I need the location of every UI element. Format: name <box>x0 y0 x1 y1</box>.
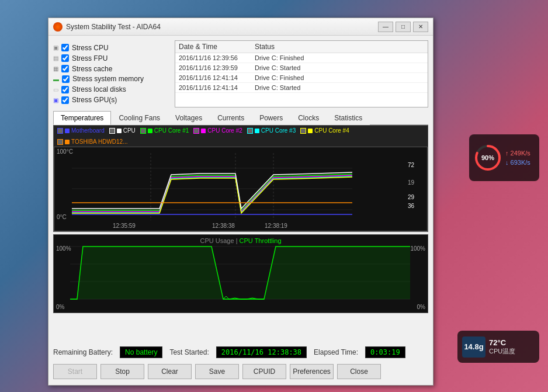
gpu-icon: ▣ <box>53 97 58 103</box>
cpu-usage-chart: CPU Usage | CPU Throttling 100% 0% 100% … <box>53 234 428 313</box>
log-cell-datetime: 2016/11/16 12:41:14 <box>179 74 255 81</box>
legend-cpu-core-#4: CPU Core #4 <box>300 127 349 134</box>
temperature-chart-wrapper: Motherboard CPU CPU Core #1 CPU Core #2 … <box>53 125 428 232</box>
temp-info: 72°C CPU温度 <box>489 338 515 356</box>
legend-motherboard: Motherboard <box>57 127 105 134</box>
speed-gauge: 90% <box>474 144 502 172</box>
tab-currents[interactable]: Currents <box>210 111 252 125</box>
legend-label: CPU Core #2 <box>207 127 242 134</box>
legend-color-dot <box>308 129 313 133</box>
temp-widget: 14.8g 72°C CPU温度 <box>457 331 539 363</box>
temperature-chart: 100°C 0°C 12:35:59 12:38:38 12:38:19 72 … <box>54 147 428 231</box>
legend-checkbox[interactable] <box>193 128 199 134</box>
minimize-button[interactable]: — <box>378 22 393 32</box>
stress-memory-checkbox[interactable] <box>62 75 70 83</box>
val-36: 36 <box>408 203 414 209</box>
legend-checkbox[interactable] <box>57 128 63 134</box>
legend-checkbox[interactable] <box>140 128 146 134</box>
tab-powers[interactable]: Powers <box>252 111 290 125</box>
temp-chart-legend: Motherboard CPU CPU Core #1 CPU Core #2 … <box>54 126 428 147</box>
legend-label: CPU <box>123 127 136 134</box>
disk-icon: ▭ <box>53 86 58 93</box>
legend-checkbox[interactable] <box>109 128 115 134</box>
close-button[interactable]: Close <box>337 364 381 379</box>
tab-cooling-fans[interactable]: Cooling Fans <box>111 111 168 125</box>
log-col-status-header: Status <box>255 43 424 51</box>
stress-cache-label: Stress cache <box>72 65 112 73</box>
stress-gpu-label: Stress GPU(s) <box>72 96 117 104</box>
test-started-value: 2016/11/16 12:38:38 <box>216 346 307 358</box>
memory-icon: ▬ <box>53 76 59 82</box>
legend-color-dot <box>65 129 70 133</box>
elapsed-label: Elapsed Time: <box>314 348 358 356</box>
legend-cpu: CPU <box>109 127 136 134</box>
stress-cache-checkbox[interactable] <box>61 65 69 72</box>
titlebar: System Stability Test - AIDA64 — □ ✕ <box>48 18 433 36</box>
speed-info: ↑ 249K/s ↓ 693K/s <box>505 150 530 166</box>
temp-gauge-value: 14.8g <box>464 342 483 351</box>
chart-container: Motherboard CPU CPU Core #1 CPU Core #2 … <box>53 125 428 343</box>
stress-cpu-checkbox[interactable] <box>61 44 69 51</box>
log-row: 2016/11/16 12:39:56 Drive C: Finished <box>175 53 428 63</box>
log-rows[interactable]: 2016/11/16 12:39:56 Drive C: Finished 20… <box>175 53 428 107</box>
tab-temperatures[interactable]: Temperatures <box>53 111 111 125</box>
main-window: System Stability Test - AIDA64 — □ ✕ ▣ S… <box>48 18 433 386</box>
battery-label: Remaining Battery: <box>53 348 113 356</box>
tab-clocks[interactable]: Clocks <box>290 111 327 125</box>
log-row: 2016/11/16 12:41:14 Drive C: Started <box>175 83 428 93</box>
legend-checkbox[interactable] <box>57 139 63 145</box>
log-cell-datetime: 2016/11/16 12:41:14 <box>179 84 255 91</box>
stress-disks-checkbox[interactable] <box>61 86 69 93</box>
log-cell-status: Drive C: Started <box>255 84 424 91</box>
elapsed-value: 0:03:19 <box>365 346 405 358</box>
log-cell-datetime: 2016/11/16 12:39:59 <box>179 64 255 71</box>
val-29: 29 <box>408 194 414 200</box>
maximize-button[interactable]: □ <box>396 22 411 32</box>
temp-cpu-label: CPU温度 <box>489 347 515 356</box>
temp-chart-svg <box>54 147 370 231</box>
app-icon <box>53 22 63 32</box>
legend-label: CPU Core #3 <box>261 127 296 134</box>
close-window-button[interactable]: ✕ <box>413 22 428 32</box>
stress-disks-label: Stress local disks <box>72 85 126 93</box>
log-col-datetime-header: Date & Time <box>179 43 255 51</box>
legend-checkbox[interactable] <box>300 128 306 134</box>
battery-value: No battery <box>120 346 162 358</box>
stress-fpu-label: Stress FPU <box>72 54 107 63</box>
legend-color-dot <box>117 129 122 133</box>
stop-button[interactable]: Stop <box>100 364 144 379</box>
start-button[interactable]: Start <box>53 364 97 379</box>
svg-text:90%: 90% <box>481 154 494 161</box>
top-section: ▣ Stress CPU ▤ Stress FPU ▦ Stress cache… <box>53 40 428 107</box>
cpuid-button[interactable]: CPUID <box>242 364 286 379</box>
tab-voltages[interactable]: Voltages <box>168 111 210 125</box>
legend-label: TOSHIBA HDWD12... <box>71 138 128 145</box>
temp-cpu-value: 72°C <box>489 338 515 347</box>
cache-icon: ▦ <box>53 65 58 72</box>
legend-cpu-core-#2: CPU Core #2 <box>193 127 242 134</box>
stress-cpu-item: ▣ Stress CPU <box>53 44 170 52</box>
tabs-bar: TemperaturesCooling FansVoltagesCurrents… <box>53 111 428 125</box>
gauge-svg: 90% <box>474 144 502 172</box>
tab-statistics[interactable]: Statistics <box>327 111 370 125</box>
log-cell-status: Drive C: Finished <box>255 54 424 61</box>
stress-fpu-checkbox[interactable] <box>61 54 69 62</box>
val-72: 72 <box>408 162 414 168</box>
clear-button[interactable]: Clear <box>148 364 192 379</box>
save-button[interactable]: Save <box>195 364 239 379</box>
legend-color-dot <box>201 129 206 133</box>
stress-memory-label: Stress system memory <box>72 75 144 83</box>
preferences-button[interactable]: Preferences <box>290 364 334 379</box>
stress-gpu-checkbox[interactable] <box>61 96 69 104</box>
stress-gpu-item: ▣ Stress GPU(s) <box>53 96 170 104</box>
speed-down: ↓ 693K/s <box>505 159 530 166</box>
stress-fpu-item: ▤ Stress FPU <box>53 54 170 63</box>
legend-checkbox[interactable] <box>247 128 253 134</box>
legend-label: Motherboard <box>71 127 105 134</box>
cpu-icon: ▣ <box>53 44 58 51</box>
val-19: 19 <box>408 179 414 186</box>
legend-label: CPU Core #4 <box>314 127 349 134</box>
stress-disks-item: ▭ Stress local disks <box>53 85 170 93</box>
log-panel: Date & Time Status 2016/11/16 12:39:56 D… <box>175 40 428 107</box>
temp-gauge: 14.8g <box>462 337 485 358</box>
